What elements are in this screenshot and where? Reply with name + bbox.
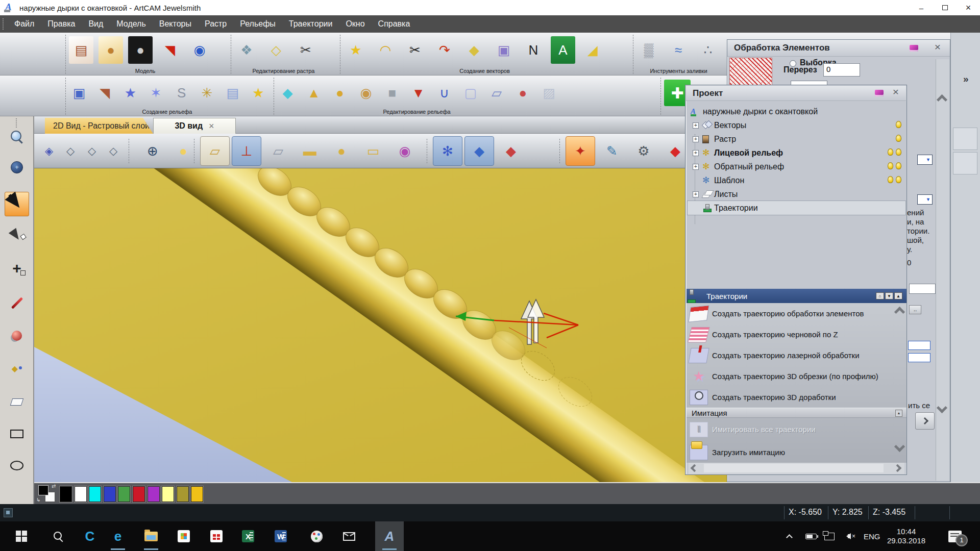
menu-item-траектории[interactable]: Траектории bbox=[282, 15, 339, 33]
palette-colour-swatch[interactable] bbox=[191, 486, 203, 502]
menu-item-вид[interactable]: Вид bbox=[82, 15, 110, 33]
small-field[interactable] bbox=[909, 284, 936, 294]
relief-layers-icon[interactable]: ▤ bbox=[223, 79, 243, 107]
relief-star-icon[interactable]: ★ bbox=[120, 79, 140, 107]
edge-icon[interactable]: e bbox=[104, 521, 132, 551]
render-lamp-icon[interactable]: ◥ bbox=[158, 36, 182, 64]
pan-tool[interactable]: + bbox=[5, 155, 29, 180]
scroll-down-icon[interactable] bbox=[937, 403, 947, 413]
toolpath-command[interactable]: ★Создать траекторию 3D обрезки (по профи… bbox=[687, 366, 893, 387]
artcam-taskbar-icon[interactable]: A bbox=[375, 521, 404, 551]
palette-colour-swatch[interactable] bbox=[60, 486, 72, 502]
scroll-right-icon[interactable] bbox=[894, 464, 902, 472]
paint-icon[interactable] bbox=[302, 521, 331, 551]
origin-axes-icon[interactable]: ⊥ bbox=[232, 136, 261, 166]
model-invert-icon[interactable]: ● bbox=[128, 36, 153, 64]
gift-icon[interactable] bbox=[202, 521, 231, 551]
scrollbar-track[interactable] bbox=[704, 464, 884, 472]
palette-colour-swatch[interactable] bbox=[89, 486, 101, 502]
view-along-y-icon[interactable]: ◇ bbox=[82, 136, 102, 166]
roll-down-icon[interactable]: ▼ bbox=[885, 292, 893, 299]
menu-item-векторы[interactable]: Векторы bbox=[153, 15, 198, 33]
docked-tab[interactable] bbox=[953, 152, 977, 174]
palette-colour-swatch[interactable] bbox=[148, 486, 160, 502]
sphere-tool-icon[interactable]: ● bbox=[512, 79, 533, 107]
tilt-plane-icon[interactable]: ▱ bbox=[486, 79, 507, 107]
star-vector-icon[interactable]: ★ bbox=[344, 36, 368, 64]
lighting-icon[interactable]: ● bbox=[168, 136, 198, 166]
colour-shade-icon[interactable]: ◉ bbox=[390, 136, 420, 166]
spray-fill-icon[interactable]: ∴ bbox=[696, 36, 720, 64]
diamond-plane-icon[interactable]: ◆ bbox=[496, 136, 526, 166]
store-icon[interactable] bbox=[169, 521, 198, 551]
dropdown-icon[interactable]: ▼ bbox=[917, 194, 933, 205]
toolbar-overflow-icon[interactable]: » bbox=[963, 73, 969, 85]
project-panel-close-icon[interactable]: × bbox=[893, 86, 899, 98]
collapse-section-icon[interactable]: ▲ bbox=[895, 410, 902, 417]
occluded-field[interactable] bbox=[908, 353, 930, 362]
visibility-bulb-icon[interactable] bbox=[888, 176, 893, 183]
mail-icon[interactable] bbox=[335, 521, 363, 551]
palette-colour-swatch[interactable] bbox=[75, 486, 87, 502]
excel-icon[interactable]: X bbox=[234, 521, 262, 551]
palette-colour-swatch[interactable] bbox=[162, 486, 174, 502]
action-center-button[interactable]: 1 bbox=[948, 521, 962, 551]
plane-toggle-icon[interactable]: ◆ bbox=[464, 136, 494, 166]
zoom-object-icon[interactable]: ⊕ bbox=[138, 136, 167, 166]
toolpath-command[interactable]: Создать траекторию черновой по Z bbox=[687, 324, 893, 345]
trim-tool[interactable] bbox=[5, 390, 29, 414]
roll-up-icon[interactable]: ▲ bbox=[894, 292, 902, 299]
relief-s-icon[interactable]: S bbox=[172, 79, 192, 107]
vector-outline-icon[interactable]: ◇ bbox=[264, 36, 288, 64]
scroll-up-icon[interactable] bbox=[937, 94, 947, 105]
scroll-left-icon[interactable] bbox=[691, 464, 699, 472]
search-icon[interactable] bbox=[44, 521, 72, 551]
menu-item-рельефы[interactable]: Рельефы bbox=[233, 15, 282, 33]
taskbar-clock[interactable]: 10:4429.03.2018 bbox=[887, 521, 925, 551]
tab-2d-view[interactable]: 2D Вид - Растровый слой bbox=[45, 118, 153, 134]
c-app-icon[interactable]: C bbox=[76, 521, 104, 551]
visibility-bulb-icon[interactable] bbox=[896, 162, 901, 169]
draft-plane-icon[interactable]: ▱ bbox=[200, 136, 230, 166]
visibility-bulb-icon[interactable] bbox=[896, 121, 901, 128]
help-book-icon[interactable] bbox=[875, 90, 884, 96]
zoom-tool[interactable] bbox=[5, 124, 29, 149]
cut-vector-icon[interactable]: ✂ bbox=[403, 36, 427, 64]
relief-bar-icon[interactable]: ▬ bbox=[295, 136, 325, 166]
tab-3d-view[interactable]: 3D вид × bbox=[153, 118, 236, 134]
relief-wizard-icon[interactable]: ★ bbox=[248, 79, 268, 107]
sculpt-tool[interactable] bbox=[5, 323, 29, 348]
paint-relief-icon[interactable]: ✎ bbox=[597, 136, 627, 166]
tree-node-root[interactable]: Aнаружные дырки с окантовкой bbox=[688, 105, 905, 118]
maximize-button[interactable] bbox=[933, 0, 957, 15]
word-icon[interactable]: W bbox=[266, 521, 295, 551]
rect-tool[interactable] bbox=[5, 421, 29, 446]
start-button[interactable] bbox=[7, 521, 36, 551]
arc-vector-icon[interactable]: ◠ bbox=[373, 36, 398, 64]
model-bear-icon[interactable]: ● bbox=[99, 36, 123, 64]
swirl-icon[interactable]: ◉ bbox=[356, 79, 377, 107]
measure-tool[interactable] bbox=[5, 291, 29, 315]
node-edit-tool[interactable] bbox=[5, 224, 29, 249]
visibility-bulb-icon[interactable] bbox=[896, 148, 901, 156]
view-along-z-icon[interactable]: ◇ bbox=[103, 136, 124, 166]
relief-dome-icon[interactable]: ● bbox=[327, 136, 356, 166]
palette-colour-swatch[interactable] bbox=[118, 486, 130, 502]
paint-fill-icon[interactable]: ❖ bbox=[234, 36, 259, 64]
palette-scissors-icon[interactable]: ✂ bbox=[293, 36, 318, 64]
model-open-icon[interactable]: ▤ bbox=[69, 36, 93, 64]
toolpath-command[interactable]: Создать траекторию обработки элементов bbox=[687, 303, 893, 324]
flood-fill-icon[interactable]: ≈ bbox=[666, 36, 691, 64]
toolpath-command[interactable]: Создать траекторию 3D доработки bbox=[687, 387, 893, 408]
relief-blob-icon[interactable]: ◥ bbox=[94, 79, 115, 107]
feature-panel-header[interactable]: Обработка Элементов × bbox=[727, 40, 950, 57]
nesting-icon[interactable]: N bbox=[521, 36, 546, 64]
toolpath-command[interactable]: Загрузить имитацию bbox=[687, 442, 893, 463]
language-indicator[interactable]: ENG bbox=[864, 521, 880, 551]
tree-expand-icon[interactable]: + bbox=[693, 191, 699, 197]
pin-icon[interactable]: ▼ bbox=[408, 79, 429, 107]
tree-node-лицевой рельеф[interactable]: +✻Лицевой рельеф bbox=[688, 146, 905, 160]
smooth-icon[interactable]: ◆ bbox=[277, 79, 298, 107]
tree-node-обратный рельеф[interactable]: +✻Обратный рельеф bbox=[688, 160, 905, 173]
tree-expand-icon[interactable]: + bbox=[693, 122, 699, 129]
